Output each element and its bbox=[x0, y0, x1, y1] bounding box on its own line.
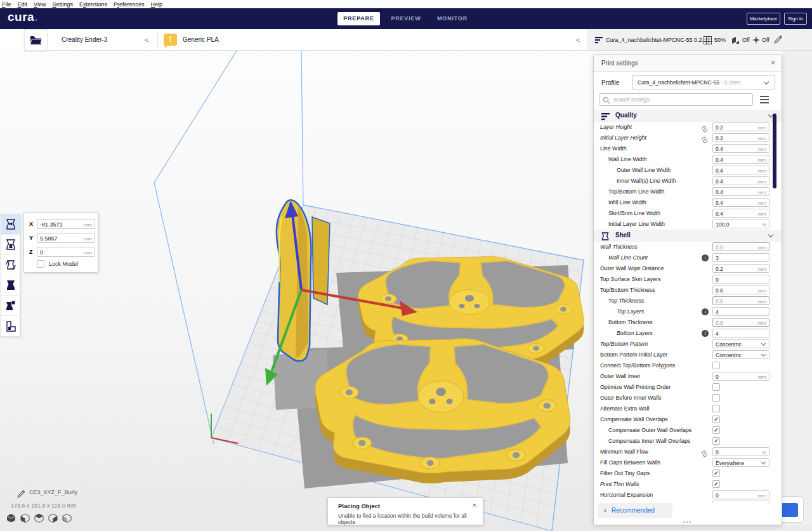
setting-dropdown[interactable]: Concentric bbox=[712, 350, 769, 359]
setting-value-field[interactable]: 0.8mm bbox=[712, 242, 769, 251]
setting-value-field[interactable]: 0.6mm bbox=[712, 285, 769, 294]
tab-preview[interactable]: PREVIEW bbox=[391, 12, 421, 25]
setting-checkbox[interactable]: ✓ bbox=[712, 437, 720, 445]
tab-monitor[interactable]: MONITOR bbox=[437, 12, 468, 25]
x-position-field[interactable]: -81.3571 mm bbox=[37, 219, 95, 229]
scale-tool-icon bbox=[6, 239, 16, 250]
profile-icon bbox=[595, 36, 603, 44]
setting-value-field[interactable]: 4 bbox=[712, 329, 769, 338]
setting-checkbox[interactable] bbox=[712, 394, 720, 402]
configbar-collapse-chevron[interactable]: < bbox=[576, 29, 580, 51]
setting-checkbox[interactable]: ✓ bbox=[712, 426, 720, 434]
setting-value-field[interactable]: 0mm bbox=[712, 372, 769, 381]
print-settings-summary-bar[interactable]: Cura_4_nachbelichtet-MPCNC-55 0.2... 50%… bbox=[587, 29, 812, 51]
setting-value-field[interactable]: 0.4mm bbox=[712, 187, 769, 196]
menu-item-settings[interactable]: Settings bbox=[52, 1, 73, 8]
tool-scale[interactable] bbox=[1, 235, 20, 255]
rename-pencil-icon[interactable] bbox=[17, 490, 25, 498]
print-settings-close-icon[interactable]: × bbox=[771, 58, 775, 67]
setting-row-skirt-brim-line-width: Skirt/Brim Line Width0.4mm bbox=[594, 208, 782, 219]
setting-value-field[interactable]: 0mm bbox=[712, 490, 769, 499]
cura-logo: cura. bbox=[8, 10, 38, 24]
setting-checkbox[interactable] bbox=[712, 362, 720, 369]
view-front-icon[interactable] bbox=[20, 513, 30, 523]
setting-dropdown[interactable]: Everywhere bbox=[712, 458, 769, 467]
setting-value-field[interactable]: 0% bbox=[712, 447, 769, 456]
section-header-shell[interactable]: Shell bbox=[594, 230, 782, 242]
tab-prepare[interactable]: PREPARE bbox=[337, 12, 380, 25]
view-top-icon[interactable] bbox=[34, 513, 44, 523]
setting-row-bottom-layers: Bottom Layersi4 bbox=[594, 328, 782, 339]
setting-label: Outer Before Inner Walls bbox=[600, 395, 661, 401]
setting-label: Bottom Pattern Initial Layer bbox=[600, 351, 667, 358]
y-position-field[interactable]: 5.5867 mm bbox=[37, 233, 95, 243]
profile-dropdown[interactable]: Cura_4_nachbelichtet-MPCNC-55 - 0.2mm bbox=[632, 75, 775, 89]
setting-dropdown[interactable]: Concentric bbox=[712, 339, 769, 348]
tool-mirror[interactable] bbox=[1, 275, 20, 296]
marketplace-button[interactable]: Marketplace bbox=[747, 13, 780, 25]
settings-search-box bbox=[599, 93, 753, 106]
recommended-mode-button[interactable]: ‹ Recommended bbox=[598, 503, 672, 518]
setting-value-field[interactable]: 0.4mm bbox=[712, 176, 769, 185]
setting-row-outer-before-inner-walls: Outer Before Inner Walls bbox=[594, 393, 782, 403]
setting-value-field[interactable]: 0.6mm bbox=[712, 318, 769, 327]
setting-label: Wall Line Count bbox=[608, 254, 648, 261]
menu-item-help[interactable]: Help bbox=[151, 1, 163, 8]
menu-item-file[interactable]: File bbox=[2, 1, 11, 8]
setting-value-field[interactable]: 4 bbox=[712, 307, 769, 316]
mirror-tool-icon bbox=[6, 280, 16, 291]
setting-checkbox[interactable]: ✓ bbox=[712, 416, 720, 423]
printer-selector[interactable]: Creality Ender-3 bbox=[62, 29, 107, 51]
setting-checkbox[interactable] bbox=[712, 405, 720, 412]
menu-item-preferences[interactable]: Preferences bbox=[114, 1, 145, 8]
setting-row-fill-gaps-between-walls: Fill Gaps Between WallsEverywhere bbox=[594, 457, 782, 468]
configuration-bar bbox=[48, 29, 587, 51]
edit-pencil-icon[interactable] bbox=[774, 36, 782, 44]
z-position-field[interactable]: 0 mm bbox=[37, 247, 95, 257]
toast-close-icon[interactable]: × bbox=[473, 501, 476, 509]
setting-value-field[interactable]: 3 bbox=[712, 253, 769, 262]
setting-value-field[interactable]: 0.4mm bbox=[712, 198, 769, 207]
setting-checkbox[interactable]: ✓ bbox=[712, 469, 720, 477]
menu-item-edit[interactable]: Edit bbox=[18, 1, 28, 8]
settings-search-input[interactable] bbox=[613, 95, 747, 104]
profile-label: Profile bbox=[601, 79, 619, 86]
setting-row-compensate-wall-overlaps: Compensate Wall Overlaps✓ bbox=[594, 414, 782, 425]
view-left-icon[interactable] bbox=[48, 513, 58, 523]
setting-value-field[interactable]: 0.2mm bbox=[712, 133, 769, 142]
setting-checkbox[interactable] bbox=[712, 383, 720, 391]
menu-item-extensions[interactable]: Extensions bbox=[79, 1, 107, 8]
section-header-quality[interactable]: Quality bbox=[594, 110, 782, 122]
setting-checkbox[interactable]: ✓ bbox=[712, 480, 720, 488]
material-selector[interactable]: Generic PLA bbox=[183, 29, 219, 51]
setting-label: Filter Out Tiny Gaps bbox=[600, 470, 650, 476]
print-settings-title: Print settings bbox=[601, 60, 638, 67]
tool-support-blocker[interactable] bbox=[1, 316, 20, 336]
setting-value-field[interactable]: 100.0% bbox=[712, 220, 769, 228]
lock-model-checkbox[interactable] bbox=[37, 260, 44, 268]
tool-per-model-settings[interactable] bbox=[1, 296, 20, 316]
menu-item-view[interactable]: View bbox=[34, 1, 46, 8]
setting-value-field[interactable]: 0.2mm bbox=[712, 122, 769, 131]
profile-dropdown-chevron bbox=[764, 79, 769, 84]
x-axis-label: X bbox=[29, 221, 33, 227]
setting-value-field[interactable]: 0.6mm bbox=[712, 296, 769, 305]
setting-row-optimize-wall-printing-order: Optimize Wall Printing Order bbox=[594, 382, 782, 393]
view-3d-icon[interactable] bbox=[6, 513, 16, 523]
setting-value-field[interactable]: 0.4mm bbox=[712, 166, 769, 174]
view-right-icon[interactable] bbox=[62, 513, 72, 523]
panel-resize-handle[interactable]: ••• bbox=[594, 519, 782, 525]
settings-menu-icon[interactable] bbox=[760, 96, 769, 105]
printer-collapse-chevron[interactable]: < bbox=[145, 29, 148, 51]
setting-value-field[interactable]: 0.4mm bbox=[712, 209, 769, 218]
open-file-button[interactable] bbox=[24, 29, 48, 51]
setting-value-field[interactable]: 0.4mm bbox=[712, 144, 769, 153]
model-bracket-lower[interactable] bbox=[315, 339, 570, 483]
tool-move[interactable] bbox=[1, 214, 20, 235]
signin-button[interactable]: Sign in bbox=[784, 13, 807, 25]
tool-rotate[interactable] bbox=[1, 255, 20, 275]
setting-value-field[interactable]: 0.4mm bbox=[712, 155, 769, 164]
setting-value-field[interactable]: 0.2mm bbox=[712, 264, 769, 273]
settings-scrollbar[interactable] bbox=[773, 114, 776, 188]
setting-value-field[interactable]: 0 bbox=[712, 275, 769, 284]
